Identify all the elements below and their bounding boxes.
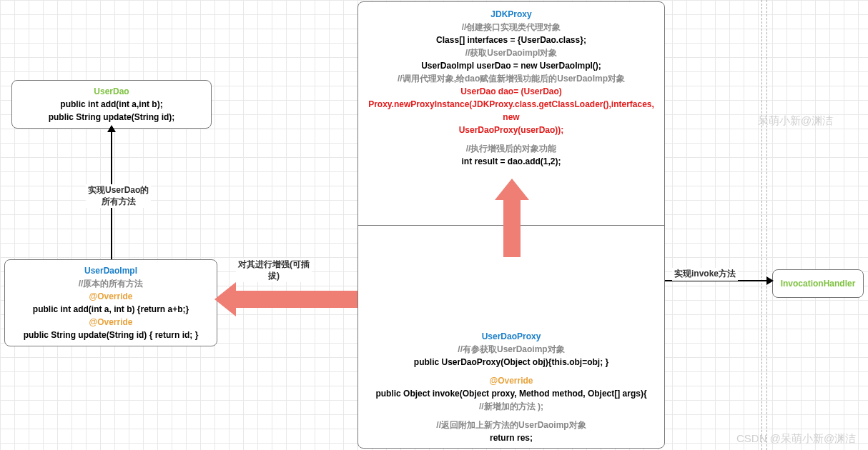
label-invoke: 实现invoke方法 bbox=[672, 268, 738, 281]
jdkproxy-l3: int result = dao.add(1,2); bbox=[365, 155, 657, 168]
userdaoproxy-l2: public Object invoke(Object proxy, Metho… bbox=[365, 387, 657, 400]
userdaoimpl-override1: @Override bbox=[11, 290, 211, 303]
userdaoproxy-c1: //有参获取UserDaoimp对象 bbox=[365, 343, 657, 356]
userdaoproxy-c3: //返回附加上新方法的UserDaoimp对象 bbox=[365, 419, 657, 431]
big-arrow-up bbox=[495, 179, 529, 257]
jdkproxy-l1: Class[] interfaces = {UserDao.class}; bbox=[365, 34, 657, 46]
jdkproxy-c3: //调用代理对象,给dao赋值新增强功能后的UserDaoImp对象 bbox=[365, 72, 657, 85]
userdaoimpl-line1: public int add(int a, int b) {return a+b… bbox=[11, 303, 211, 316]
jdkproxy-c4: //执行增强后的对象功能 bbox=[365, 142, 657, 155]
userdaoproxy-c2: //新增加的方法 ); bbox=[365, 400, 657, 413]
label-implements: 实现UserDao的 所有方法 bbox=[86, 184, 151, 208]
arrow-implements-head bbox=[107, 125, 116, 132]
jdkproxy-l2: UserDaoImpl userDao = new UserDaoImpl(); bbox=[365, 59, 657, 72]
guide-line-2 bbox=[766, 0, 767, 450]
userdaoimpl-comment: //原本的所有方法 bbox=[11, 277, 211, 290]
big-arrow-enhance bbox=[214, 282, 357, 316]
userdaoimpl-box: UserDaoImpl //原本的所有方法 @Override public i… bbox=[4, 259, 217, 346]
jdkproxy-red3: UserDaoProxy(userDao)); bbox=[365, 124, 657, 136]
userdaoproxy-override: @Override bbox=[365, 374, 657, 387]
jdkproxy-c1: //创建接口实现类代理对象 bbox=[365, 21, 657, 34]
jdkproxy-c2: //获取UserDaoimpl对象 bbox=[365, 46, 657, 59]
userdaoproxy-l3: return res; bbox=[365, 431, 657, 444]
invocationhandler-box: InvocationHandler bbox=[772, 269, 864, 298]
userdao-line2: public String update(String id); bbox=[18, 111, 205, 124]
userdao-title: UserDao bbox=[18, 85, 205, 98]
userdaoproxy-l1: public UserDaoProxy(Object obj){this.obj… bbox=[365, 356, 657, 369]
watermark-bottom: CSDN @呆萌小新@渊洁 bbox=[736, 432, 856, 446]
label-enhance: 对其进行增强(可插 拔) bbox=[236, 259, 312, 282]
arrow-invoke-head bbox=[766, 276, 774, 285]
userdaoproxy-cell: UserDaoProxy //有参获取UserDaoimp对象 public U… bbox=[358, 226, 664, 450]
userdaoimpl-title: UserDaoImpl bbox=[11, 264, 211, 277]
userdaoimpl-override2: @Override bbox=[11, 316, 211, 329]
watermark-top: 呆萌小新@渊洁 bbox=[758, 114, 833, 128]
userdaoproxy-title: UserDaoProxy bbox=[365, 330, 657, 343]
userdao-line1: public int add(int a,int b); bbox=[18, 98, 205, 111]
guide-line-1 bbox=[761, 0, 762, 450]
jdkproxy-red2: Proxy.newProxyInstance(JDKProxy.class.ge… bbox=[365, 98, 657, 124]
jdkproxy-title: JDKProxy bbox=[365, 8, 657, 21]
userdaoimpl-line2: public String update(String id) { return… bbox=[11, 329, 211, 341]
jdkproxy-red1: UserDao dao= (UserDao) bbox=[365, 85, 657, 98]
invocationhandler-title: InvocationHandler bbox=[776, 277, 860, 290]
userdao-box: UserDao public int add(int a,int b); pub… bbox=[11, 80, 212, 129]
